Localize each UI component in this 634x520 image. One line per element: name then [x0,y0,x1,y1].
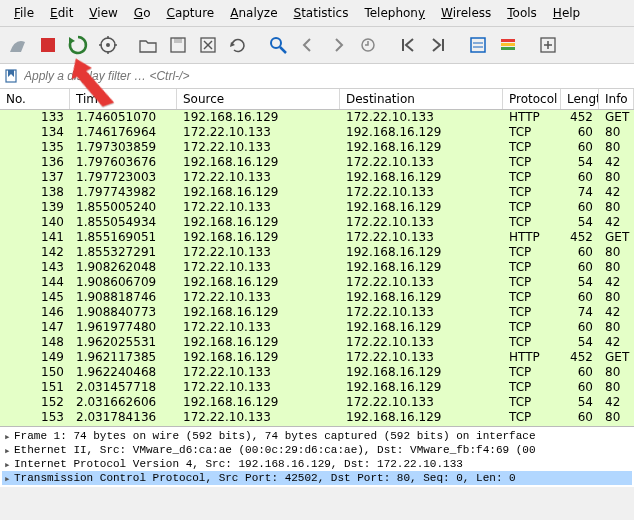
menu-statistics[interactable]: Statistics [286,4,357,22]
cell-destination: 192.168.16.129 [340,365,503,380]
display-filter-input[interactable] [22,67,630,85]
cell-protocol: TCP [503,275,561,290]
detail-frame[interactable]: ▸Frame 1: 74 bytes on wire (592 bits), 7… [2,429,632,443]
packet-row[interactable]: 1431.908262048172.22.10.133192.168.16.12… [0,260,634,275]
cell-length: 60 [561,170,599,185]
auto-scroll-icon[interactable] [464,31,492,59]
col-header-destination[interactable]: Destination [340,89,503,109]
col-header-no[interactable]: No. [0,89,70,109]
packet-row[interactable]: 1512.031457718172.22.10.133192.168.16.12… [0,380,634,395]
detail-ip[interactable]: ▸Internet Protocol Version 4, Src: 192.1… [2,457,632,471]
cell-no: 152 [0,395,70,410]
packet-row[interactable]: 1391.855005240172.22.10.133192.168.16.12… [0,200,634,215]
capture-options-icon[interactable] [94,31,122,59]
packet-row[interactable]: 1532.031784136172.22.10.133192.168.16.12… [0,410,634,425]
packet-row[interactable]: 1522.031662606192.168.16.129172.22.10.13… [0,395,634,410]
packet-row[interactable]: 1421.855327291172.22.10.133192.168.16.12… [0,245,634,260]
cell-destination: 172.22.10.133 [340,335,503,350]
zoom-in-icon[interactable] [534,31,562,59]
cell-source: 172.22.10.133 [177,290,340,305]
save-icon[interactable] [164,31,192,59]
packet-row[interactable]: 1331.746051070192.168.16.129172.22.10.13… [0,110,634,125]
packet-list-header: No. Time Source Destination Protocol Len… [0,89,634,110]
cell-protocol: TCP [503,335,561,350]
find-icon[interactable] [264,31,292,59]
cell-time: 1.855005240 [70,200,177,215]
menu-go[interactable]: Go [126,4,159,22]
menu-tools[interactable]: Tools [499,4,545,22]
cell-destination: 192.168.16.129 [340,320,503,335]
packet-details-pane[interactable]: ▸Frame 1: 74 bytes on wire (592 bits), 7… [0,426,634,487]
packet-row[interactable]: 1471.961977480172.22.10.133192.168.16.12… [0,320,634,335]
cell-protocol: TCP [503,155,561,170]
svg-rect-22 [501,39,515,42]
packet-row[interactable]: 1381.797743982192.168.16.129172.22.10.13… [0,185,634,200]
menu-analyze[interactable]: Analyze [222,4,285,22]
cell-length: 60 [561,140,599,155]
menu-file[interactable]: File [6,4,42,22]
go-last-icon[interactable] [424,31,452,59]
cell-source: 192.168.16.129 [177,335,340,350]
packet-row[interactable]: 1491.962117385192.168.16.129172.22.10.13… [0,350,634,365]
cell-info: 80 [599,320,634,335]
cell-source: 192.168.16.129 [177,185,340,200]
packet-row[interactable]: 1341.746176964172.22.10.133192.168.16.12… [0,125,634,140]
cell-time: 1.908818746 [70,290,177,305]
toolbar [0,27,634,64]
svg-line-15 [280,47,286,53]
col-header-source[interactable]: Source [177,89,340,109]
cell-info: 42 [599,155,634,170]
close-file-icon[interactable] [194,31,222,59]
packet-row[interactable]: 1361.797603676192.168.16.129172.22.10.13… [0,155,634,170]
open-icon[interactable] [134,31,162,59]
colorize-icon[interactable] [494,31,522,59]
packet-row[interactable]: 1401.855054934192.168.16.129172.22.10.13… [0,215,634,230]
packet-row[interactable]: 1351.797303859172.22.10.133192.168.16.12… [0,140,634,155]
menu-help[interactable]: Help [545,4,588,22]
cell-source: 192.168.16.129 [177,395,340,410]
packet-row[interactable]: 1411.855169051192.168.16.129172.22.10.13… [0,230,634,245]
col-header-protocol[interactable]: Protocol [503,89,561,109]
expand-triangle-icon[interactable]: ▸ [4,444,14,457]
go-forward-icon[interactable] [324,31,352,59]
packet-row[interactable]: 1441.908606709192.168.16.129172.22.10.13… [0,275,634,290]
expand-triangle-icon[interactable]: ▸ [4,430,14,443]
cell-info: 80 [599,170,634,185]
stop-capture-icon[interactable] [34,31,62,59]
menu-edit[interactable]: Edit [42,4,81,22]
expand-triangle-icon[interactable]: ▸ [4,472,14,485]
col-header-length[interactable]: Length [561,89,599,109]
packet-row[interactable]: 1461.908840773192.168.16.129172.22.10.13… [0,305,634,320]
cell-no: 139 [0,200,70,215]
filter-bookmark-icon[interactable] [4,69,18,83]
jump-icon[interactable] [354,31,382,59]
packet-row[interactable]: 1481.962025531192.168.16.129172.22.10.13… [0,335,634,350]
expand-triangle-icon[interactable]: ▸ [4,458,14,471]
svg-rect-9 [174,38,182,43]
reload-icon[interactable] [224,31,252,59]
col-header-time[interactable]: Time [70,89,177,109]
go-first-icon[interactable] [394,31,422,59]
cell-source: 192.168.16.129 [177,275,340,290]
menu-capture[interactable]: Capture [158,4,222,22]
col-header-info[interactable]: Info [599,89,634,109]
restart-capture-icon[interactable] [64,31,92,59]
detail-text: Internet Protocol Version 4, Src: 192.16… [14,458,463,470]
shark-fin-icon[interactable] [4,31,32,59]
packet-row[interactable]: 1501.962240468172.22.10.133192.168.16.12… [0,365,634,380]
packet-row[interactable]: 1451.908818746172.22.10.133192.168.16.12… [0,290,634,305]
cell-protocol: HTTP [503,350,561,365]
detail-tcp[interactable]: ▸Transmission Control Protocol, Src Port… [2,471,632,485]
menu-view[interactable]: View [81,4,125,22]
packet-list[interactable]: 1331.746051070192.168.16.129172.22.10.13… [0,110,634,426]
menubar: FileEditViewGoCaptureAnalyzeStatisticsTe… [0,0,634,27]
cell-no: 133 [0,110,70,125]
go-back-icon[interactable] [294,31,322,59]
packet-row[interactable]: 1371.797723003172.22.10.133192.168.16.12… [0,170,634,185]
svg-point-3 [106,43,110,47]
menu-wireless[interactable]: Wireless [433,4,499,22]
detail-ethernet[interactable]: ▸Ethernet II, Src: VMware_d6:ca:ae (00:0… [2,443,632,457]
menu-telephony[interactable]: Telephony [356,4,433,22]
cell-info: 42 [599,395,634,410]
cell-source: 192.168.16.129 [177,305,340,320]
